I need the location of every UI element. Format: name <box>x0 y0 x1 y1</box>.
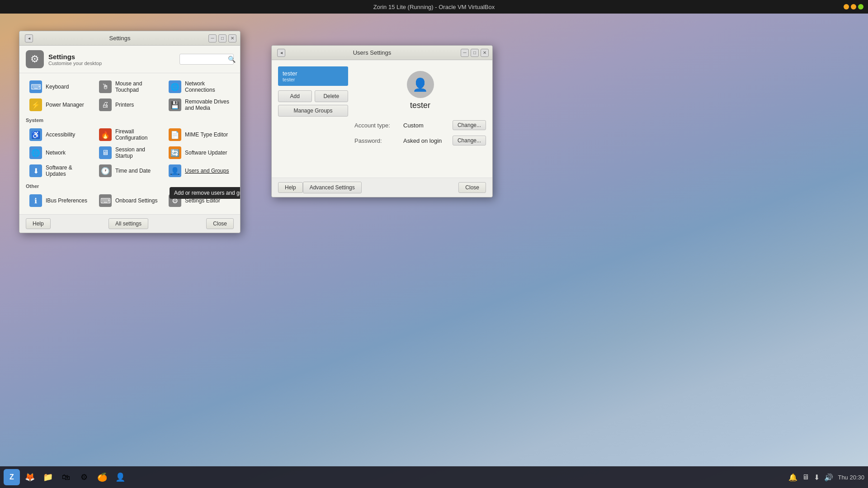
settings-item-removable[interactable]: 💾 Removable Drives and Media <box>165 96 234 114</box>
accessibility-icon: ♿ <box>29 128 42 141</box>
download-icon[interactable]: ⬇ <box>814 473 820 482</box>
taskbar-settings[interactable]: ⚙ <box>76 469 92 485</box>
user-account-type-row: Account type: Custom Change... <box>354 120 486 130</box>
dot-2 <box>851 4 856 9</box>
zorin-logo: Z <box>9 473 14 481</box>
settings-item-onboard[interactable]: ⌨ Onboard Settings <box>95 192 164 210</box>
settings-titlebar: ◂ Settings ─ □ ✕ <box>19 31 240 46</box>
software-updates-icon: ⬇ <box>29 164 42 177</box>
ibus-icon: ℹ <box>29 194 42 207</box>
settings-close-button-footer[interactable]: Close <box>206 218 234 229</box>
settings-item-session[interactable]: 🖥 Session and Startup <box>95 144 164 162</box>
users-groups-label: Users and Groups <box>185 168 229 174</box>
settings-gear-icon: ⚙ <box>26 50 44 68</box>
settings-title-block: Settings Customise your desktop <box>48 53 102 66</box>
advanced-settings-button[interactable]: Advanced Settings <box>303 182 362 193</box>
users-groups-icon: 👤 <box>169 164 181 177</box>
users-detail-panel: 👤 tester Account type: Custom Change... … <box>354 66 486 171</box>
settings-search-box[interactable]: 🔍 <box>179 54 234 65</box>
manage-groups-button[interactable]: Manage Groups <box>278 105 348 117</box>
settings-app-name: Settings <box>48 53 102 61</box>
accessibility-label: Accessibility <box>46 131 75 138</box>
settings-item-software-updates[interactable]: ⬇ Software & Updates <box>26 162 94 180</box>
settings-item-settings-editor[interactable]: ⚙ Settings Editor <box>165 192 234 210</box>
taskbar-files[interactable]: 📁 <box>40 469 56 485</box>
settings-item-accessibility[interactable]: ♿ Accessibility <box>26 126 94 144</box>
settings-item-mime[interactable]: 📄 MIME Type Editor <box>165 126 234 144</box>
settings-app-desc: Customise your desktop <box>48 61 102 66</box>
users-close-button-footer[interactable]: Close <box>458 182 486 193</box>
password-value: Asked on login <box>403 137 442 144</box>
mime-icon: 📄 <box>169 128 181 141</box>
taskbar-firefox[interactable]: 🦊 <box>22 469 38 485</box>
notification-icon[interactable]: 🔔 <box>788 473 797 482</box>
delete-user-button[interactable]: Delete <box>315 90 349 102</box>
taskbar-zorin-menu[interactable]: Z <box>4 469 20 485</box>
settings-item-keyboard[interactable]: ⌨ Keyboard <box>26 78 94 96</box>
settings-search-input[interactable] <box>183 56 228 62</box>
password-change-button[interactable]: Change... <box>453 136 486 145</box>
settings-item-firewall[interactable]: 🔥 Firewall Configuration <box>95 126 164 144</box>
keyboard-label: Keyboard <box>46 84 69 90</box>
all-settings-button[interactable]: All settings <box>108 218 148 229</box>
settings-header: ⚙ Settings Customise your desktop 🔍 <box>19 46 240 73</box>
settings-minimize-button[interactable]: ─ <box>208 34 217 42</box>
users-list-buttons: Add Delete <box>278 90 348 102</box>
users-settings-window: ◂ Users Settings ─ □ ✕ tester tester Add… <box>271 45 493 197</box>
users-footer: Help Advanced Settings Close <box>272 178 492 197</box>
settings-item-software-updater[interactable]: 🔄 Software Updater <box>165 144 234 162</box>
user-avatar: 👤 <box>407 71 434 98</box>
settings-row-2: ⚡ Power Manager 🖨 Printers 💾 Removable D… <box>26 96 234 114</box>
display-icon[interactable]: 🖥 <box>802 473 809 481</box>
session-icon: 🖥 <box>99 146 112 159</box>
users-maximize-button[interactable]: □ <box>471 49 479 57</box>
power-icon: ⚡ <box>29 99 42 111</box>
onboard-label: Onboard Settings <box>115 197 157 204</box>
user-list-item-tester[interactable]: tester tester <box>278 66 348 86</box>
users-close-button[interactable]: ✕ <box>481 49 489 57</box>
mouse-label: Mouse and Touchpad <box>115 80 160 93</box>
desktop: Zorin 15 Lite (Running) - Oracle VM Virt… <box>0 0 868 488</box>
settings-item-network[interactable]: 🌐 Network <box>26 144 94 162</box>
time-date-icon: 🕐 <box>99 164 112 177</box>
settings-item-time-date[interactable]: 🕐 Time and Date <box>95 162 164 180</box>
settings-row-4: 🌐 Network 🖥 Session and Startup 🔄 Softwa… <box>26 144 234 162</box>
users-back-button[interactable]: ◂ <box>277 49 285 57</box>
printers-icon: 🖨 <box>99 99 112 111</box>
settings-item-printers[interactable]: 🖨 Printers <box>95 96 164 114</box>
removable-icon: 💾 <box>169 99 181 111</box>
add-user-button[interactable]: Add <box>278 90 312 102</box>
user-name-display: tester <box>410 101 430 110</box>
users-help-button[interactable]: Help <box>278 182 303 193</box>
taskbar-user[interactable]: 👤 <box>112 469 128 485</box>
settings-help-button[interactable]: Help <box>26 218 51 229</box>
taskbar-orange[interactable]: 🍊 <box>94 469 110 485</box>
settings-close-button[interactable]: ✕ <box>228 34 236 42</box>
settings-item-users-groups[interactable]: 👤 Users and Groups Add or remove users a… <box>165 162 234 180</box>
account-type-label: Account type: <box>354 122 400 129</box>
search-icon[interactable]: 🔍 <box>228 56 236 63</box>
settings-row-6: ℹ IBus Preferences ⌨ Onboard Settings ⚙ … <box>26 192 234 210</box>
software-updates-label: Software & Updates <box>46 164 91 177</box>
firewall-icon: 🔥 <box>99 128 112 141</box>
settings-item-power[interactable]: ⚡ Power Manager <box>26 96 94 114</box>
users-minimize-button[interactable]: ─ <box>461 49 469 57</box>
settings-back-button[interactable]: ◂ <box>25 34 33 42</box>
network-icon: 🌐 <box>29 146 42 159</box>
network-connections-icon: 🌐 <box>169 80 181 93</box>
taskbar-left: Z 🦊 📁 🛍 ⚙ 🍊 👤 <box>4 469 128 485</box>
settings-maximize-button[interactable]: □ <box>218 34 226 42</box>
taskbar-time: Thu 20:30 <box>838 474 864 481</box>
settings-editor-label: Settings Editor <box>185 197 220 204</box>
account-type-change-button[interactable]: Change... <box>453 120 486 130</box>
software-updater-icon: 🔄 <box>169 146 181 159</box>
settings-item-mouse-touchpad[interactable]: 🖱 Mouse and Touchpad <box>95 78 164 96</box>
user-sub-name: tester <box>283 77 344 82</box>
session-label: Session and Startup <box>115 146 160 159</box>
settings-item-network-connections[interactable]: 🌐 Network Connections <box>165 78 234 96</box>
power-label: Power Manager <box>46 102 84 108</box>
sound-icon[interactable]: 🔊 <box>824 473 833 482</box>
taskbar-software[interactable]: 🛍 <box>58 469 74 485</box>
settings-item-ibus[interactable]: ℹ IBus Preferences <box>26 192 94 210</box>
dot-3 <box>858 4 863 9</box>
